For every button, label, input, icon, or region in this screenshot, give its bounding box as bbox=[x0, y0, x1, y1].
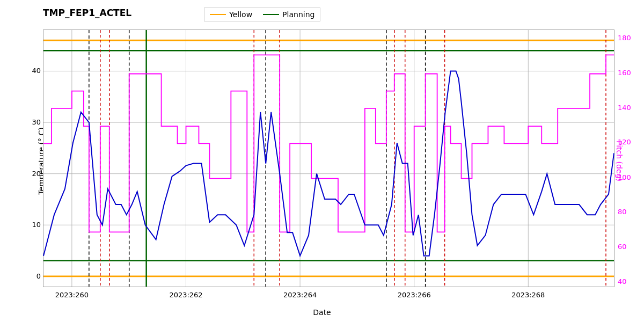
plot-area: 0 10 20 30 40 40 60 80 100 120 140 160 1… bbox=[43, 30, 614, 287]
svg-text:120: 120 bbox=[618, 138, 631, 146]
legend-item-planning: Planning bbox=[263, 10, 314, 19]
svg-text:2023:266: 2023:266 bbox=[398, 291, 431, 299]
svg-text:2023:262: 2023:262 bbox=[169, 291, 202, 299]
svg-text:40: 40 bbox=[618, 277, 626, 286]
yellow-legend-line bbox=[210, 14, 226, 15]
chart-svg: 0 10 20 30 40 40 60 80 100 120 140 160 1… bbox=[43, 30, 614, 287]
svg-text:0: 0 bbox=[36, 272, 41, 280]
svg-text:30: 30 bbox=[32, 118, 41, 126]
svg-text:180: 180 bbox=[618, 34, 631, 42]
legend-item-yellow: Yellow bbox=[210, 10, 252, 19]
svg-text:60: 60 bbox=[618, 243, 626, 251]
x-axis-label: Date bbox=[313, 308, 331, 317]
svg-text:160: 160 bbox=[618, 68, 631, 76]
legend: Yellow Planning bbox=[204, 8, 320, 21]
planning-legend-line bbox=[263, 14, 279, 15]
planning-legend-label: Planning bbox=[282, 10, 314, 19]
svg-text:10: 10 bbox=[32, 221, 41, 229]
chart-title: TMP_FEP1_ACTEL bbox=[43, 8, 131, 18]
svg-text:20: 20 bbox=[32, 170, 41, 178]
svg-text:2023:268: 2023:268 bbox=[511, 291, 545, 299]
svg-text:100: 100 bbox=[618, 173, 631, 181]
chart-container: TMP_FEP1_ACTEL Yellow Planning Temperatu… bbox=[0, 0, 644, 322]
svg-text:2023:264: 2023:264 bbox=[283, 291, 317, 299]
svg-text:40: 40 bbox=[32, 67, 41, 75]
svg-text:80: 80 bbox=[618, 208, 626, 216]
svg-text:140: 140 bbox=[618, 104, 631, 112]
svg-text:2023:260: 2023:260 bbox=[55, 291, 89, 299]
yellow-legend-label: Yellow bbox=[229, 10, 252, 19]
